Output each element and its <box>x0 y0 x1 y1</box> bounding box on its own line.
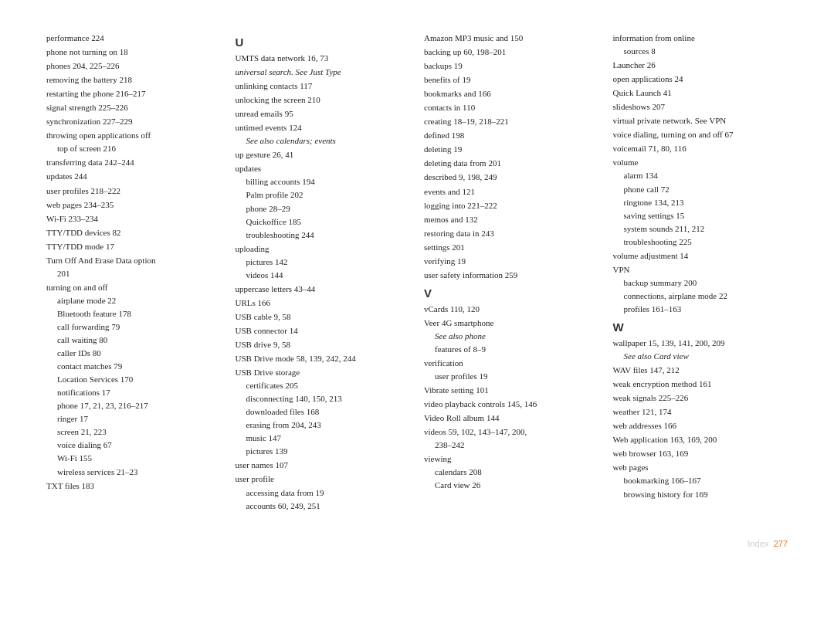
index-entry: call forwarding 79 <box>46 320 222 334</box>
index-entry: volume <box>613 156 788 169</box>
index-entry: disconnecting 140, 150, 213 <box>236 392 411 405</box>
index-entry: voicemail 71, 80, 116 <box>613 142 788 155</box>
index-entry: Turn Off And Erase Data option <box>46 254 222 267</box>
index-entry: untimed events 124 <box>236 121 411 134</box>
index-entry: bookmarks and 166 <box>424 87 599 100</box>
index-entry: alarm 134 <box>613 169 788 182</box>
index-entry: backup summary 200 <box>613 276 788 290</box>
index-entry: Launcher 26 <box>613 59 788 72</box>
index-entry: ringer 17 <box>46 412 222 425</box>
index-entry: settings 201 <box>424 241 599 254</box>
index-entry: profiles 161–163 <box>613 303 788 316</box>
index-entry: contacts in 110 <box>424 101 599 114</box>
index-entry: memos and 132 <box>424 213 599 226</box>
index-entry: Amazon MP3 music and 150 <box>424 32 599 45</box>
index-entry: call waiting 80 <box>46 334 222 347</box>
index-entry: phone 28–29 <box>236 202 411 215</box>
index-entry: notifications 17 <box>46 386 222 399</box>
index-entry: screen 21, 223 <box>46 425 222 439</box>
index-entry: web pages 234–235 <box>46 198 222 212</box>
index-entry: music 147 <box>236 432 411 445</box>
index-entry: troubleshooting 225 <box>613 236 788 249</box>
section-letter: V <box>424 286 599 300</box>
footer-page: 277 <box>774 539 788 548</box>
page: performance 224phone not turning on 18ph… <box>46 31 788 548</box>
index-entry: TTY/TDD mode 17 <box>46 240 222 253</box>
index-entry: web pages <box>613 461 788 474</box>
index-entry: backups 19 <box>424 59 599 73</box>
index-entry: Quick Launch 41 <box>613 86 788 100</box>
index-entry: deleting 19 <box>424 143 599 156</box>
index-entry: system sounds 211, 212 <box>613 222 788 236</box>
index-entry: creating 18–19, 218–221 <box>424 115 599 128</box>
footer-label: Index <box>748 539 768 548</box>
index-entry: weather 121, 174 <box>613 405 788 419</box>
index-entry: phone not turning on 18 <box>46 46 222 59</box>
index-entry: weak encryption method 161 <box>613 378 788 391</box>
index-entry: throwing open applications off <box>46 129 222 142</box>
index-entry: restarting the phone 216–217 <box>46 87 222 100</box>
index-entry: verification <box>424 357 599 370</box>
col4: information from onlinesources 8Launcher… <box>613 31 788 501</box>
section-letter: W <box>613 320 788 334</box>
index-entry: voice dialing 67 <box>46 439 222 452</box>
index-entry: voice dialing, turning on and off 67 <box>613 128 788 141</box>
index-entry: USB drive 9, 58 <box>236 338 411 351</box>
index-entry: described 9, 198, 249 <box>424 171 599 184</box>
index-entry: logging into 221–222 <box>424 199 599 212</box>
index-entry: See also phone <box>424 330 599 343</box>
index-entry: videos 59, 102, 143–147, 200, <box>424 425 599 439</box>
index-entry: phone call 72 <box>613 183 788 196</box>
index-entry: videos 144 <box>236 269 411 282</box>
section-letter: U <box>236 36 411 49</box>
index-entry: universal search. See Just Type <box>236 66 411 79</box>
index-entry: connections, airplane mode 22 <box>613 290 788 303</box>
index-entry: restoring data in 243 <box>424 227 599 240</box>
index-entry: billing accounts 194 <box>236 175 411 188</box>
col3: Amazon MP3 music and 150backing up 60, 1… <box>424 31 599 493</box>
index-entry: unlocking the screen 210 <box>236 93 411 107</box>
index-entry: vCards 110, 120 <box>424 303 599 316</box>
index-entry: user profiles 218–222 <box>46 185 222 198</box>
index-entry: accounts 60, 249, 251 <box>236 500 411 513</box>
index-entry: ringtone 134, 213 <box>613 196 788 209</box>
index-entry: Vibrate setting 101 <box>424 384 599 397</box>
index-entry: updates <box>236 162 411 175</box>
index-entry: USB Drive storage <box>236 366 411 379</box>
index-entry: accessing data from 19 <box>236 486 411 500</box>
index-entry: up gesture 26, 41 <box>236 148 411 161</box>
index-entry: Video Roll album 144 <box>424 412 599 425</box>
index-entry: TXT files 183 <box>46 480 222 493</box>
index-entry: user names 107 <box>236 459 411 472</box>
index-entry: verifying 19 <box>424 255 599 268</box>
index-entry: TTY/TDD devices 82 <box>46 226 222 239</box>
index-entry: Wi-Fi 155 <box>46 452 222 465</box>
index-entry: Bluetooth feature 178 <box>46 307 222 320</box>
index-entry: turning on and off <box>46 281 222 294</box>
index-entry: 238–242 <box>424 439 599 452</box>
index-entry: signal strength 225–226 <box>46 101 222 114</box>
index-entry: top of screen 216 <box>46 142 222 155</box>
index-entry: Card view 26 <box>424 479 599 492</box>
col1: performance 224phone not turning on 18ph… <box>46 31 222 493</box>
index-entry: updates 244 <box>46 170 222 183</box>
index-entry: uploading <box>236 242 411 256</box>
index-entry: slideshows 207 <box>613 100 788 114</box>
index-entry: removing the battery 218 <box>46 73 222 86</box>
index-entry: URLs 166 <box>236 297 411 310</box>
index-entry: See also calendars; events <box>236 134 411 147</box>
index-entry: saving settings 15 <box>613 209 788 222</box>
index-entry: 201 <box>46 267 222 280</box>
index-entry: information from online <box>613 32 788 45</box>
index-entry: user profile <box>236 473 411 486</box>
index-entry: uppercase letters 43–44 <box>236 283 411 296</box>
index-entry: web browser 163, 169 <box>613 447 788 460</box>
index-entry: open applications 24 <box>613 73 788 86</box>
index-entry: Web application 163, 169, 200 <box>613 433 788 446</box>
index-entry: Palm profile 202 <box>236 188 411 202</box>
index-entry: Veer 4G smartphone <box>424 317 599 330</box>
index-entry: phone 17, 21, 23, 216–217 <box>46 399 222 412</box>
index-entry: caller IDs 80 <box>46 347 222 360</box>
index-entry: bookmarking 166–167 <box>613 474 788 487</box>
index-entry: sources 8 <box>613 45 788 58</box>
